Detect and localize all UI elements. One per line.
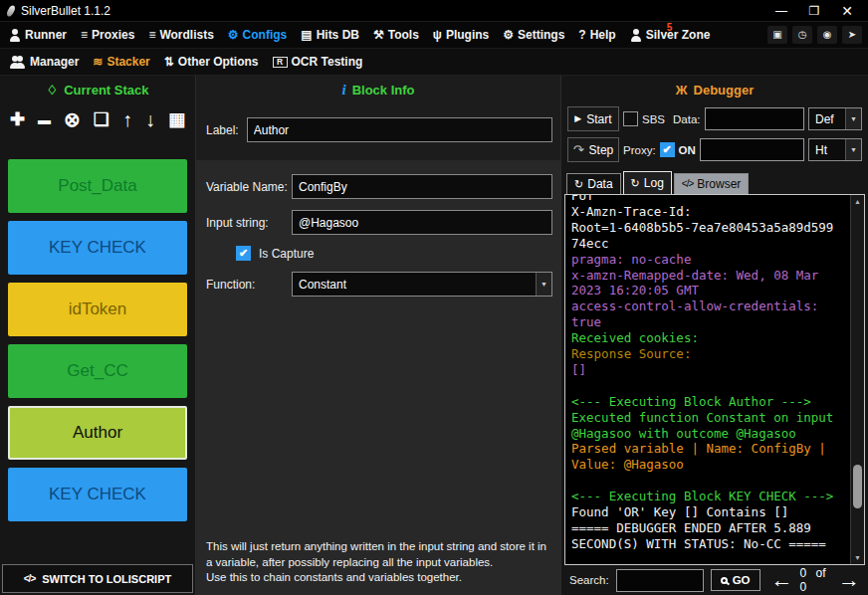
debug-proxy-input[interactable]: [700, 138, 804, 161]
save-stack-button[interactable]: [168, 110, 185, 128]
block-help-text: This will just return anything written i…: [206, 539, 552, 585]
tab-data[interactable]: Data: [566, 173, 621, 194]
menu-hits-db[interactable]: Hits DB: [294, 22, 366, 48]
info-icon: [341, 83, 345, 98]
menu-settings[interactable]: Settings: [496, 22, 571, 48]
log-scrollbar[interactable]: [850, 195, 864, 564]
tab-data-label: Data: [587, 177, 612, 191]
input-string-input[interactable]: [292, 210, 552, 235]
disable-block-button[interactable]: [64, 109, 81, 129]
chevron-down-icon: [845, 139, 861, 160]
debug-log-panel: PUT X-Amzn-Trace-Id: Root=1-6408b5b5-7ea…: [564, 194, 865, 565]
restore-button[interactable]: [801, 5, 827, 17]
submenu-manager[interactable]: Manager: [2, 49, 86, 75]
discord-button[interactable]: [817, 26, 837, 44]
move-down-button[interactable]: [145, 109, 155, 129]
menu-silver-zone-label: Silver Zone: [646, 28, 711, 42]
code-icon: [24, 574, 35, 584]
variable-name-input[interactable]: [292, 174, 552, 199]
add-block-button[interactable]: [10, 110, 25, 128]
menu-help[interactable]: Help: [571, 22, 622, 48]
next-result-button[interactable]: [838, 569, 860, 591]
tab-log[interactable]: Log: [623, 171, 672, 194]
log-line: @Hagasoo with outcome @Hagasoo: [571, 426, 848, 442]
stack-block-idtoken[interactable]: idToken: [8, 283, 187, 336]
current-stack-header: Current Stack: [0, 76, 195, 103]
stack-block-key-check-1[interactable]: KEY CHECK: [8, 221, 187, 275]
step-button-label: Step: [589, 143, 614, 157]
menu-help-label: Help: [590, 28, 616, 42]
content: Current Stack Post_Data KEY CHECK idToke…: [0, 76, 868, 595]
silver-zone-person-icon: [630, 29, 642, 42]
log-line: access-control-allow-credentials:: [571, 298, 848, 314]
menu-proxies[interactable]: Proxies: [74, 22, 141, 48]
switch-to-loliscript-button[interactable]: SWITCH TO LOLISCRIPT: [2, 564, 193, 593]
is-capture-checkbox[interactable]: [236, 246, 251, 261]
stack-block-key-check-2[interactable]: KEY CHECK: [8, 468, 187, 521]
stack-block-post-data[interactable]: Post_Data: [8, 159, 187, 213]
move-up-button[interactable]: [122, 109, 132, 129]
label-input[interactable]: [247, 117, 552, 142]
step-arrow-icon: [573, 143, 584, 156]
block-info-header: Block Info: [196, 76, 560, 103]
close-button[interactable]: [834, 4, 860, 18]
menu-silver-zone[interactable]: 5 Silver Zone: [623, 22, 718, 48]
submenu-stacker[interactable]: Stacker: [86, 49, 156, 75]
log-line: Found 'OR' Key [] Contains []: [571, 504, 848, 520]
function-dropdown[interactable]: Constant: [292, 272, 552, 297]
search-input[interactable]: [616, 569, 704, 592]
tab-browser[interactable]: Browser: [674, 173, 749, 194]
scroll-down-icon[interactable]: [851, 554, 864, 561]
prev-result-button[interactable]: [771, 569, 793, 591]
wordlist-type-dropdown[interactable]: Def: [808, 107, 862, 130]
menu-plugins[interactable]: Plugins: [426, 22, 496, 48]
submenu-ocr-testing[interactable]: OCR Testing: [266, 49, 370, 75]
scroll-up-icon[interactable]: [851, 198, 864, 205]
scrollbar-thumb[interactable]: [853, 465, 862, 508]
stack-block-get-cc[interactable]: Get_CC: [8, 344, 187, 398]
menu-wordlists[interactable]: Wordlists: [141, 22, 220, 48]
current-stack-title: Current Stack: [64, 83, 148, 98]
menu-hits-db-label: Hits DB: [317, 28, 359, 42]
data-label: Data:: [673, 113, 701, 125]
debug-data-input[interactable]: [705, 107, 804, 130]
log-line: []: [571, 362, 848, 378]
start-button[interactable]: Start: [567, 106, 619, 131]
camera-button[interactable]: [767, 26, 787, 44]
menu-configs[interactable]: Configs: [221, 22, 294, 48]
remove-block-button[interactable]: [38, 113, 51, 126]
proxies-list-icon: [81, 29, 88, 41]
telegram-button[interactable]: [842, 26, 862, 44]
minimize-button[interactable]: [768, 5, 794, 17]
label-row: Label:: [196, 103, 560, 152]
stack-block-author[interactable]: Author: [8, 406, 187, 460]
label-field-label: Label:: [206, 123, 239, 137]
chevron-down-icon: [536, 273, 551, 296]
menu-tools[interactable]: Tools: [366, 22, 426, 48]
proxy-label: Proxy:: [623, 144, 656, 156]
manager-people-icon: [9, 56, 26, 69]
debugger-tabs: Data Log Browser: [561, 165, 868, 194]
plugins-plug-icon: [433, 29, 442, 41]
log-line: PUT: [571, 194, 848, 204]
proxy-on-checkbox[interactable]: [660, 142, 675, 157]
function-label: Function:: [206, 278, 292, 292]
menu-plugins-label: Plugins: [446, 28, 489, 42]
search-go-button[interactable]: GO: [711, 569, 760, 591]
proxy-type-dropdown[interactable]: Ht: [808, 138, 862, 161]
debugger-title: Debugger: [694, 83, 755, 98]
log-line: x-amzn-Remapped-date: Wed, 08 Mar: [571, 268, 848, 284]
sbs-checkbox[interactable]: [623, 111, 638, 126]
play-icon: [574, 114, 581, 123]
log-line: Executed function Constant on input: [571, 410, 848, 426]
debugger-row-1: Start SBS Data: Def: [561, 103, 868, 134]
block-info-panel: Block Info Label: Variable Name: Input s…: [195, 76, 561, 595]
clone-block-button[interactable]: [94, 110, 109, 128]
log-line: ===== DEBUGGER ENDED AFTER 5.889: [571, 520, 848, 536]
submenu-other-options[interactable]: Other Options: [157, 49, 266, 75]
menu-runner[interactable]: Runner: [2, 22, 74, 48]
step-button[interactable]: Step: [567, 137, 619, 162]
stack-diamond-icon: [47, 84, 59, 97]
clock-button[interactable]: [792, 26, 812, 44]
block-info-title: Block Info: [352, 83, 415, 98]
